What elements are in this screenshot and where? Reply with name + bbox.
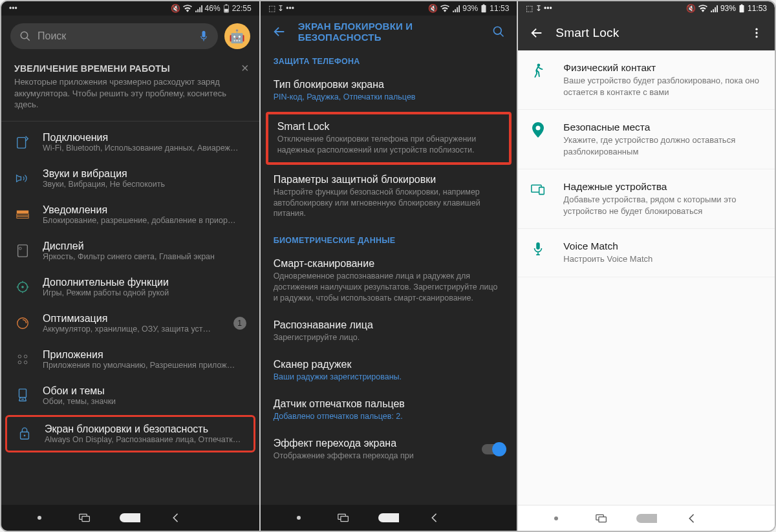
item-title: Безопасные места	[563, 122, 762, 133]
svg-rect-43	[537, 242, 541, 250]
security-item[interactable]: Датчик отпечатков пальцев Добавлено отпе…	[261, 390, 517, 430]
settings-list: Подключения Wi-Fi, Bluetooth, Использова…	[1, 122, 259, 505]
nav-dot	[546, 508, 566, 529]
svg-point-36	[755, 28, 757, 30]
security-item[interactable]: Тип блокировки экрана PIN-код, Радужка, …	[261, 71, 517, 111]
setting-title: Звуки и вибрация	[43, 168, 246, 180]
search-icon[interactable]	[492, 25, 505, 38]
phone-lockscreen-security: ⬚ ↧ ••• 🔇 93% 11:53 ЭКРАН БЛОКИРОВКИ И Б…	[259, 1, 517, 531]
setting-item[interactable]: Экран блокировки и безопасность Always O…	[5, 415, 255, 452]
setting-icon	[14, 134, 31, 151]
nav-recents[interactable]	[74, 507, 95, 528]
item-title: Smart Lock	[277, 121, 501, 133]
setting-item[interactable]: Подключения Wi-Fi, Bluetooth, Использова…	[1, 124, 259, 160]
svg-rect-35	[741, 5, 743, 5]
toggle-switch[interactable]	[482, 444, 504, 454]
nav-home[interactable]	[636, 508, 657, 529]
smart-lock-item[interactable]: Физический контакт Ваше устройство будет…	[518, 50, 775, 110]
badge: 1	[233, 317, 246, 330]
security-item[interactable]: Смарт-сканирование Одновременное распозн…	[261, 250, 517, 312]
svg-point-16	[24, 355, 27, 358]
setting-item[interactable]: Обои и темы Обои, темы, значки	[1, 378, 259, 414]
svg-rect-42	[539, 187, 544, 195]
setting-subtitle: Звуки, Вибрация, Не беспокоить	[43, 180, 246, 189]
item-subtitle: Настройте функции безопасной блокировки,…	[274, 187, 504, 220]
status-bar: ⬚ ↧ ••• 🔇 93% 11:53	[261, 1, 517, 16]
back-arrow-icon[interactable]	[272, 25, 286, 39]
nav-dot	[29, 507, 50, 528]
item-subtitle: Ваши радужки зарегистрированы.	[274, 372, 504, 383]
svg-rect-1	[225, 5, 227, 5]
smart-lock-item[interactable]: Надежные устройства Добавьте устройства,…	[518, 169, 775, 229]
security-item[interactable]: Smart Lock Отключение блокировки телефон…	[266, 112, 512, 165]
nav-recents[interactable]	[333, 507, 354, 528]
wifi-icon	[440, 5, 449, 12]
app-bar: Smart Lock	[518, 16, 775, 50]
mic-icon	[531, 242, 545, 256]
setting-subtitle: Яркость, Фильтр синего света, Главный эк…	[43, 252, 246, 261]
svg-point-30	[297, 516, 301, 520]
status-left-icons: ⬚ ↧ •••	[268, 4, 294, 13]
setting-icon	[14, 315, 31, 332]
mic-icon[interactable]	[199, 30, 209, 43]
item-title: Смарт-сканирование	[274, 258, 504, 270]
search-row: Поиск 🤖	[1, 16, 259, 57]
avatar[interactable]: 🤖	[224, 23, 250, 49]
nav-home[interactable]	[120, 507, 140, 528]
setting-icon	[14, 351, 31, 368]
setting-item[interactable]: Приложения Приложения по умолчанию, Разр…	[1, 341, 259, 378]
smart-lock-item[interactable]: Voice Match Настроить Voice Match	[518, 229, 775, 277]
overflow-icon[interactable]	[750, 27, 763, 39]
security-item[interactable]: Параметры защитной блокировки Настройте …	[261, 166, 517, 228]
setting-item[interactable]: Дополнительные функции Игры, Режим работ…	[1, 269, 259, 305]
setting-subtitle: Аккумулятор, хранилище, ОЗУ, защита уст…	[43, 325, 222, 334]
close-icon[interactable]: ×	[241, 61, 249, 76]
item-subtitle: Одновременное распознавание лица и радуж…	[274, 271, 504, 304]
security-list: ЗАЩИТА ТЕЛЕФОНАТип блокировки экрана PIN…	[261, 48, 517, 505]
svg-rect-25	[120, 513, 140, 522]
setting-icon	[14, 206, 31, 223]
setting-item[interactable]: Оптимизация Аккумулятор, хранилище, ОЗУ,…	[1, 305, 259, 341]
tip-text: Некоторые приложения чрезмерно расходуют…	[14, 76, 246, 111]
security-item[interactable]: Распознавание лица Зарегистрируйте лицо.	[261, 312, 517, 351]
nav-home[interactable]	[378, 507, 399, 528]
svg-rect-47	[636, 514, 657, 523]
svg-point-40	[536, 126, 541, 131]
svg-point-22	[38, 516, 41, 520]
battery-icon	[223, 4, 230, 13]
setting-subtitle: Always On Display, Распознавание лица, О…	[45, 435, 244, 444]
appbar-title: Smart Lock	[555, 26, 738, 40]
item-subtitle: Добавьте устройства, рядом с которыми эт…	[563, 194, 762, 217]
nav-spacer	[726, 508, 747, 529]
setting-item[interactable]: Звуки и вибрация Звуки, Вибрация, Не бес…	[1, 160, 259, 197]
item-title: Voice Match	[563, 240, 652, 252]
search-input[interactable]: Поиск	[10, 23, 218, 49]
setting-item[interactable]: Уведомления Блокирование, разрешение, до…	[1, 197, 259, 233]
item-title: Тип блокировки экрана	[274, 79, 504, 90]
nav-recents[interactable]	[591, 508, 612, 529]
clock-text: 22:55	[232, 4, 252, 13]
svg-rect-5	[202, 31, 205, 37]
nav-back[interactable]	[165, 507, 186, 528]
svg-point-39	[537, 63, 541, 67]
signal-icon	[710, 5, 718, 12]
item-subtitle: Ваше устройство будет разблокировано, по…	[563, 75, 762, 98]
wifi-icon	[698, 5, 707, 12]
security-item[interactable]: Эффект перехода экрана Отображение эффек…	[261, 430, 517, 469]
nav-back[interactable]	[681, 508, 702, 529]
item-subtitle: Отображение эффекта перехода при	[274, 451, 482, 462]
back-arrow-icon[interactable]	[530, 26, 544, 40]
item-title: Надежные устройства	[563, 181, 762, 193]
setting-item[interactable]: Дисплей Яркость, Фильтр синего света, Гл…	[1, 233, 259, 269]
nav-back[interactable]	[424, 507, 444, 528]
svg-point-38	[755, 36, 757, 37]
svg-point-17	[18, 361, 21, 364]
smart-lock-item[interactable]: Безопасные места Укажите, где устройство…	[518, 110, 775, 169]
svg-rect-33	[378, 513, 399, 522]
setting-subtitle: Обои, темы, значки	[43, 397, 246, 406]
item-subtitle: Добавлено отпечатков пальцев: 2.	[274, 411, 504, 422]
battery-tip-card[interactable]: × УВЕЛИЧЕНИЕ ВРЕМЕНИ РАБОТЫ Некоторые пр…	[1, 57, 259, 122]
setting-subtitle: Приложения по умолчанию, Разрешения прил…	[43, 361, 246, 370]
svg-point-18	[24, 361, 27, 364]
security-item[interactable]: Сканер радужек Ваши радужки зарегистриро…	[261, 351, 517, 390]
